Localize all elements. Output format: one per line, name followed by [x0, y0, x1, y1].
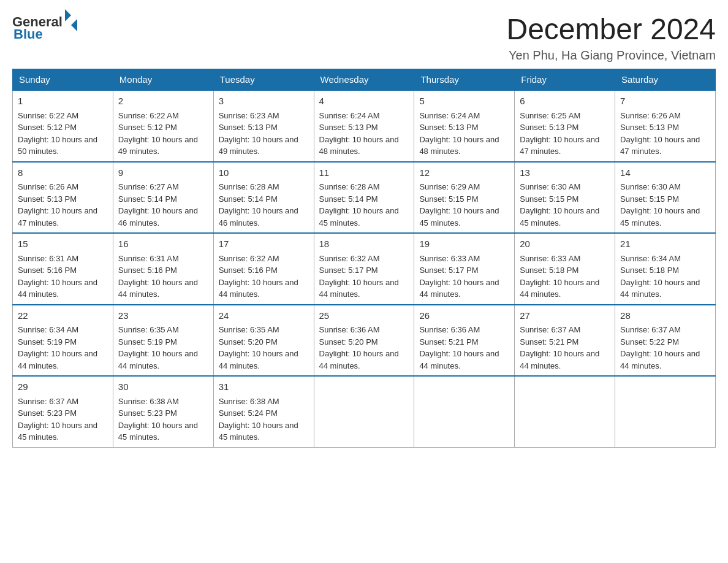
calendar-week-row: 15Sunrise: 6:31 AMSunset: 5:16 PMDayligh…: [13, 233, 716, 305]
calendar-day-cell: 28Sunrise: 6:37 AMSunset: 5:22 PMDayligh…: [615, 305, 716, 377]
calendar-day-cell: 3Sunrise: 6:23 AMSunset: 5:13 PMDaylight…: [213, 90, 314, 162]
calendar-week-row: 29Sunrise: 6:37 AMSunset: 5:23 PMDayligh…: [13, 376, 716, 447]
day-number: 16: [118, 237, 208, 251]
day-number: 11: [319, 166, 409, 180]
day-number: 5: [419, 94, 509, 109]
calendar-day-cell: 9Sunrise: 6:27 AMSunset: 5:14 PMDaylight…: [113, 162, 213, 234]
calendar-week-row: 1Sunrise: 6:22 AMSunset: 5:12 PMDaylight…: [13, 90, 716, 162]
day-of-week-header: Friday: [515, 69, 615, 91]
calendar-day-cell: 1Sunrise: 6:22 AMSunset: 5:12 PMDaylight…: [13, 90, 113, 162]
month-title: December 2024: [506, 12, 716, 46]
calendar-day-cell: 15Sunrise: 6:31 AMSunset: 5:16 PMDayligh…: [13, 233, 113, 305]
calendar-day-cell: 26Sunrise: 6:36 AMSunset: 5:21 PMDayligh…: [414, 305, 515, 377]
day-number: 8: [18, 166, 108, 180]
day-number: 12: [419, 166, 509, 180]
day-number: 27: [520, 309, 610, 323]
day-of-week-header: Sunday: [13, 69, 113, 91]
calendar-day-cell: [414, 376, 515, 447]
day-number: 28: [620, 309, 710, 323]
calendar-day-cell: 29Sunrise: 6:37 AMSunset: 5:23 PMDayligh…: [13, 376, 113, 447]
calendar-day-cell: 17Sunrise: 6:32 AMSunset: 5:16 PMDayligh…: [213, 233, 314, 305]
day-of-week-header: Saturday: [615, 69, 716, 91]
calendar-day-cell: 6Sunrise: 6:25 AMSunset: 5:13 PMDaylight…: [515, 90, 615, 162]
calendar-day-cell: 2Sunrise: 6:22 AMSunset: 5:12 PMDaylight…: [113, 90, 213, 162]
calendar-day-cell: 27Sunrise: 6:37 AMSunset: 5:21 PMDayligh…: [515, 305, 615, 377]
day-number: 4: [319, 94, 409, 109]
calendar-day-cell: 8Sunrise: 6:26 AMSunset: 5:13 PMDaylight…: [13, 162, 113, 234]
calendar-day-cell: 5Sunrise: 6:24 AMSunset: 5:13 PMDaylight…: [414, 90, 515, 162]
calendar-day-cell: 10Sunrise: 6:28 AMSunset: 5:14 PMDayligh…: [213, 162, 314, 234]
day-number: 1: [18, 94, 108, 109]
calendar-day-cell: 12Sunrise: 6:29 AMSunset: 5:15 PMDayligh…: [414, 162, 515, 234]
calendar-week-row: 8Sunrise: 6:26 AMSunset: 5:13 PMDaylight…: [13, 162, 716, 234]
day-number: 3: [219, 94, 309, 109]
calendar-header-row: SundayMondayTuesdayWednesdayThursdayFrid…: [13, 69, 716, 91]
calendar-day-cell: 20Sunrise: 6:33 AMSunset: 5:18 PMDayligh…: [515, 233, 615, 305]
day-number: 7: [620, 94, 710, 109]
title-section: December 2024 Yen Phu, Ha Giang Province…: [506, 12, 716, 63]
day-number: 18: [319, 237, 409, 251]
calendar-day-cell: [314, 376, 414, 447]
page-header: General Blue December 2024 Yen Phu, Ha G…: [12, 12, 716, 63]
calendar-day-cell: 4Sunrise: 6:24 AMSunset: 5:13 PMDaylight…: [314, 90, 414, 162]
day-number: 2: [118, 94, 208, 109]
day-number: 25: [319, 309, 409, 323]
day-of-week-header: Wednesday: [314, 69, 414, 91]
location-title: Yen Phu, Ha Giang Province, Vietnam: [506, 48, 716, 63]
calendar-day-cell: 23Sunrise: 6:35 AMSunset: 5:19 PMDayligh…: [113, 305, 213, 377]
day-number: 22: [18, 309, 108, 323]
calendar-day-cell: 14Sunrise: 6:30 AMSunset: 5:15 PMDayligh…: [615, 162, 716, 234]
calendar-table: SundayMondayTuesdayWednesdayThursdayFrid…: [12, 69, 716, 448]
calendar-day-cell: 24Sunrise: 6:35 AMSunset: 5:20 PMDayligh…: [213, 305, 314, 377]
calendar-day-cell: 21Sunrise: 6:34 AMSunset: 5:18 PMDayligh…: [615, 233, 716, 305]
day-of-week-header: Tuesday: [213, 69, 314, 91]
day-number: 9: [118, 166, 208, 180]
day-number: 21: [620, 237, 710, 251]
calendar-day-cell: [615, 376, 716, 447]
day-number: 23: [118, 309, 208, 323]
calendar-day-cell: 11Sunrise: 6:28 AMSunset: 5:14 PMDayligh…: [314, 162, 414, 234]
day-number: 29: [18, 380, 108, 394]
calendar-day-cell: 31Sunrise: 6:38 AMSunset: 5:24 PMDayligh…: [213, 376, 314, 447]
calendar-day-cell: 30Sunrise: 6:38 AMSunset: 5:23 PMDayligh…: [113, 376, 213, 447]
day-number: 20: [520, 237, 610, 251]
day-number: 14: [620, 166, 710, 180]
calendar-day-cell: 25Sunrise: 6:36 AMSunset: 5:20 PMDayligh…: [314, 305, 414, 377]
calendar-day-cell: 19Sunrise: 6:33 AMSunset: 5:17 PMDayligh…: [414, 233, 515, 305]
day-number: 10: [219, 166, 309, 180]
day-number: 31: [219, 380, 309, 394]
calendar-day-cell: 18Sunrise: 6:32 AMSunset: 5:17 PMDayligh…: [314, 233, 414, 305]
calendar-day-cell: 13Sunrise: 6:30 AMSunset: 5:15 PMDayligh…: [515, 162, 615, 234]
day-number: 24: [219, 309, 309, 323]
day-number: 30: [118, 380, 208, 394]
day-number: 13: [520, 166, 610, 180]
calendar-day-cell: 16Sunrise: 6:31 AMSunset: 5:16 PMDayligh…: [113, 233, 213, 305]
calendar-day-cell: 7Sunrise: 6:26 AMSunset: 5:13 PMDaylight…: [615, 90, 716, 162]
day-number: 15: [18, 237, 108, 251]
calendar-day-cell: 22Sunrise: 6:34 AMSunset: 5:19 PMDayligh…: [13, 305, 113, 377]
day-number: 19: [419, 237, 509, 251]
day-of-week-header: Thursday: [414, 69, 515, 91]
logo-blue: Blue: [13, 26, 43, 42]
calendar-week-row: 22Sunrise: 6:34 AMSunset: 5:19 PMDayligh…: [13, 305, 716, 377]
logo: General Blue: [12, 12, 77, 42]
day-number: 26: [419, 309, 509, 323]
day-number: 17: [219, 237, 309, 251]
day-number: 6: [520, 94, 610, 109]
day-of-week-header: Monday: [113, 69, 213, 91]
calendar-day-cell: [515, 376, 615, 447]
